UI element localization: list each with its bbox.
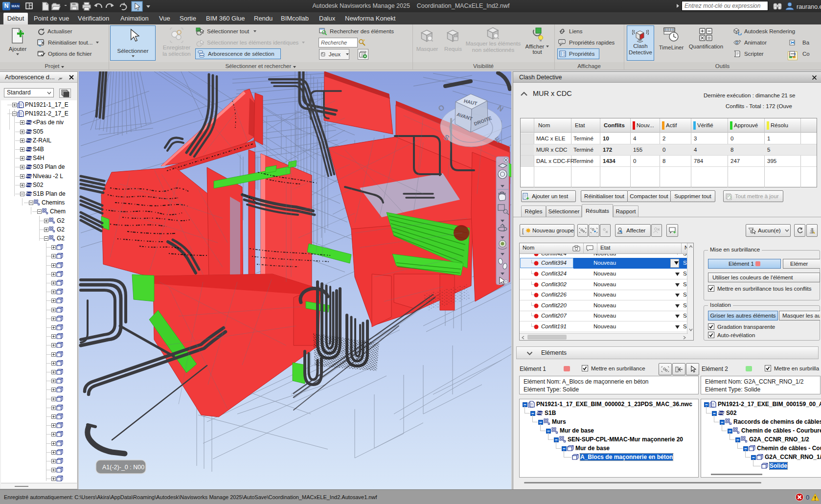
svg-text:A1(-2)-_0 : N00: A1(-2)-_0 : N00: [102, 464, 144, 471]
svg-text:raurano.e: raurano.e: [797, 3, 821, 10]
svg-text:0: 0: [806, 494, 809, 501]
